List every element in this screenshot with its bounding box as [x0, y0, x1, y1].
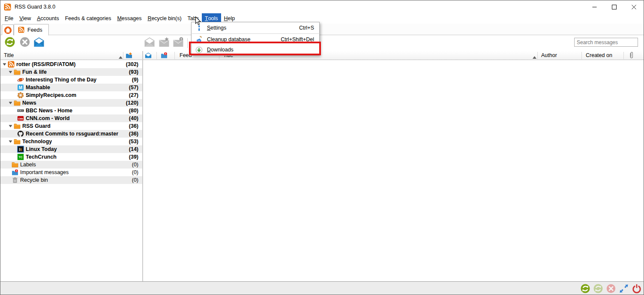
- menu-item-shortcut: Ctrl+S: [299, 25, 314, 31]
- feed-row-mashable[interactable]: MMashable(57): [0, 84, 142, 91]
- messages-header-created-on[interactable]: Created on: [586, 52, 612, 58]
- statusbar-refresh-button[interactable]: [581, 284, 590, 293]
- menu-item-settings[interactable]: SettingsCtrl+S: [192, 23, 319, 33]
- menu-item-recycle-bin-s[interactable]: Recycle bin(s): [144, 13, 184, 24]
- feed-row-technology[interactable]: Technology(53): [0, 138, 142, 145]
- unread-count: (9): [132, 77, 142, 83]
- read-column-icon[interactable]: [145, 52, 152, 59]
- feed-row-important-messages[interactable]: Important messages(0): [0, 169, 142, 176]
- unread-count: (57): [129, 84, 142, 90]
- importance-column-icon[interactable]: [161, 52, 168, 59]
- feeds-tree: rotter (RSS/RDF/ATOM)(302)Fun & life(93)…: [0, 60, 142, 184]
- stop-icon: [19, 37, 30, 49]
- tools-menu-popup: SettingsCtrl+SCleanup databaseCtrl+Shift…: [191, 22, 320, 56]
- menu-item-label: Cleanup database: [207, 36, 250, 42]
- feed-label: Important messages: [20, 169, 69, 175]
- mark-read-button[interactable]: [144, 37, 156, 49]
- envelope-open-icon: [33, 37, 45, 49]
- unread-count: (39): [129, 154, 142, 160]
- header-separator: [156, 52, 157, 59]
- feed-row-cnn-com-world[interactable]: CNNCNN.com - World(40): [0, 114, 142, 122]
- unread-count: (120): [126, 100, 142, 106]
- unread-count: (80): [129, 108, 142, 114]
- expand-arrow-icon[interactable]: [9, 124, 14, 128]
- unread-count: (302): [126, 61, 142, 67]
- feed-row-news[interactable]: News(120): [0, 99, 142, 107]
- unread-count: (36): [129, 123, 142, 129]
- column-headers: Title Feed Title Author Created on: [0, 51, 644, 60]
- feed-label: rotter (RSS/RDF/ATOM): [16, 61, 75, 67]
- expand-arrow-icon[interactable]: [9, 139, 14, 144]
- feed-label: Mashable: [26, 84, 50, 90]
- home-tab-button[interactable]: [2, 24, 14, 35]
- messages-header-author[interactable]: Author: [541, 52, 557, 58]
- downloads-icon: [195, 46, 203, 54]
- search-input[interactable]: [574, 38, 638, 47]
- feed-label: Linux Today: [26, 146, 57, 152]
- bbc-icon: BBC: [17, 107, 24, 114]
- rss-icon: [8, 61, 15, 68]
- envelope-exclamation-icon: [173, 37, 184, 49]
- techcrunch-icon: TC: [17, 154, 24, 160]
- menu-item-label: Settings: [207, 25, 226, 31]
- menu-item-feeds-categories[interactable]: Feeds & categories: [62, 13, 114, 24]
- app-window: RSS Guard 3.8.0 FileViewAccountsFeeds & …: [0, 0, 644, 295]
- menu-item-cleanup-database[interactable]: Cleanup databaseCtrl+Shift+Del: [192, 34, 319, 45]
- refresh-icon: [4, 37, 15, 49]
- expand-arrow-icon[interactable]: [9, 70, 14, 74]
- feed-row-techcrunch[interactable]: TCTechCrunch(39): [0, 153, 142, 161]
- cnn-icon: CNN: [17, 115, 24, 122]
- mark-all-read-button[interactable]: [33, 37, 45, 49]
- unread-count-column-icon[interactable]: [126, 52, 132, 59]
- statusbar-fullscreen-button[interactable]: [619, 284, 629, 293]
- stop-refresh-button[interactable]: [19, 37, 31, 49]
- tab-feeds[interactable]: Feeds: [14, 24, 49, 36]
- feed-label: RSS Guard: [22, 123, 51, 129]
- menu-item-file[interactable]: File: [2, 13, 16, 24]
- expand-arrow-icon[interactable]: [3, 62, 8, 66]
- svg-text:M: M: [19, 85, 22, 90]
- flower-icon: [17, 92, 24, 99]
- menu-item-downloads[interactable]: Downloads: [192, 45, 319, 55]
- close-button[interactable]: [624, 0, 644, 13]
- refresh-feeds-button[interactable]: [4, 37, 16, 49]
- folder-icon: [14, 123, 21, 129]
- maximize-button[interactable]: [604, 0, 624, 13]
- folder-icon: [14, 69, 21, 75]
- unread-count: (93): [129, 69, 142, 75]
- feed-row-bbc-news-home[interactable]: BBCBBC News - Home(80): [0, 107, 142, 114]
- statusbar-quit-button[interactable]: [632, 284, 641, 293]
- feed-row-recycle-bin[interactable]: Recycle bin(0): [0, 176, 142, 184]
- feed-row-rss-guard[interactable]: RSS Guard(36): [0, 122, 142, 130]
- feed-row-fun-life[interactable]: Fun & life(93): [0, 68, 142, 76]
- mark-important-button[interactable]: [172, 37, 184, 49]
- statusbar-stop-disabled-button[interactable]: [606, 284, 616, 293]
- feed-row-linux-today[interactable]: ltLinux Today(14): [0, 145, 142, 153]
- feed-row-recent-commits-to-rssguard-master[interactable]: Recent Commits to rssguard:master(36): [0, 130, 142, 138]
- minimize-button[interactable]: [584, 0, 604, 13]
- feed-row-rotter-rss-rdf-atom[interactable]: rotter (RSS/RDF/ATOM)(302): [0, 60, 142, 68]
- feed-row-simplyrecipes-com[interactable]: SimplyRecipes.com(27): [0, 91, 142, 99]
- feed-label: Technology: [22, 138, 52, 144]
- feed-row-labels[interactable]: Labels(0): [0, 161, 142, 169]
- mark-starred-button[interactable]: [158, 37, 170, 49]
- menu-item-view[interactable]: View: [16, 13, 34, 24]
- folder-icon: [12, 161, 18, 168]
- messages-header-feed[interactable]: Feed: [180, 52, 192, 58]
- feed-row-interesting-thing-of-the-day[interactable]: Interesting Thing of the Day(9): [0, 76, 142, 84]
- unread-count: (0): [132, 169, 142, 175]
- planet-icon: [17, 76, 24, 83]
- header-separator: [537, 52, 538, 59]
- menu-item-messages[interactable]: Messages: [114, 13, 144, 24]
- svg-text:TC: TC: [18, 156, 22, 159]
- menu-item-accounts[interactable]: Accounts: [34, 13, 62, 24]
- paperclip-icon[interactable]: [629, 51, 634, 59]
- expand-arrow-icon[interactable]: [9, 101, 14, 105]
- github-icon: [17, 130, 24, 137]
- statusbar-refresh-disabled-button[interactable]: [593, 284, 603, 293]
- menu-item-label: Downloads: [207, 47, 234, 53]
- feed-label: Fun & life: [22, 69, 47, 75]
- feed-label: News: [22, 100, 36, 106]
- feeds-header-title[interactable]: Title: [4, 52, 14, 58]
- feed-label: Recycle bin: [20, 177, 48, 183]
